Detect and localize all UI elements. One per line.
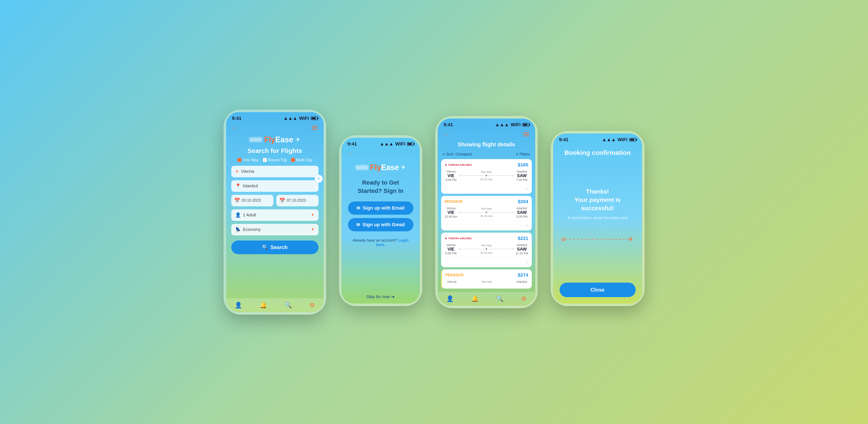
- search-btn-label: Search: [270, 244, 287, 250]
- travel-line: ✈: [562, 235, 633, 243]
- nav-search-icon-1[interactable]: 🔍: [284, 302, 292, 309]
- nonstop-label-1: Non-stop: [481, 170, 492, 173]
- to-city-2: Istanbul: [516, 206, 528, 210]
- trip-multi-city[interactable]: Multi City: [291, 158, 312, 162]
- route-line-2: Non-stop ✈ 2h 20 min: [459, 207, 514, 218]
- trip-round-trip-label: Round Trip: [268, 158, 287, 162]
- signup-email-button[interactable]: ✉ Sign up with Email: [348, 201, 413, 215]
- duration-3: 2h 20 min: [480, 251, 492, 254]
- from-value: Vienna: [241, 169, 315, 174]
- share-icon-3[interactable]: ⤓: [525, 259, 528, 264]
- flight-route-4: Vienna Non-stop Istanbul: [445, 280, 528, 284]
- swap-button[interactable]: ⇅: [315, 175, 323, 183]
- checkbox-one-way[interactable]: [238, 158, 241, 162]
- skip-button[interactable]: Skip for now ➜: [342, 290, 420, 303]
- signup-gmail-label: Sign up with Gmail: [363, 222, 405, 227]
- date1-value: 03.10.2023: [242, 198, 261, 203]
- menu-icon-3[interactable]: [523, 132, 529, 136]
- logo-text-1: FlyEase: [264, 135, 293, 144]
- signup-gmail-button[interactable]: ✉ Sign up with Gmail: [348, 218, 413, 231]
- close-button[interactable]: Close: [560, 283, 636, 297]
- share-icon-2[interactable]: ⤓: [525, 222, 528, 227]
- sort-filter-row: ≡ Sort: Cheapest ≡ Filters: [438, 151, 535, 159]
- passengers-value: 1 Adult: [243, 213, 256, 218]
- signin-title-text: Ready to Get Started? Sign In: [358, 179, 404, 194]
- flight-route-1: Vienna VIE 3:00 PM Non-stop ✈: [444, 170, 528, 182]
- heart-icon-3[interactable]: ♡: [444, 259, 448, 264]
- nav-gear-icon-1[interactable]: ⚙: [310, 302, 315, 309]
- from-field[interactable]: ✈ Vienna: [231, 166, 318, 177]
- pegasus-logo-4: PEGASUS: [445, 273, 464, 277]
- existing-account-text: Already have an account?: [352, 238, 397, 242]
- date2-field[interactable]: 📅 07.10.2023: [276, 195, 318, 206]
- passengers-icon: 👤: [235, 212, 241, 218]
- phone-confirmation: 9:41 ▲▲▲ WiFi Booking confirmation Thank…: [551, 131, 645, 306]
- battery-icon-3: [522, 123, 529, 126]
- flight-card-2[interactable]: PEGASUS $204 Vienna VIE 10:40 Am Non-sto…: [441, 196, 532, 230]
- from-code-2: VIE: [444, 210, 457, 215]
- flight-card-3[interactable]: ★ TURKISH AIRLINES $221 Vienna VIE 6:50 …: [441, 233, 532, 267]
- filter-label-text: Filters: [520, 152, 530, 157]
- thanks-title: Thanks!Your payment is successful!: [562, 187, 633, 213]
- back-arrow-3[interactable]: ←: [444, 131, 450, 138]
- route-dots-3: ✈: [459, 247, 514, 251]
- logo-1: FlyEase ✈: [226, 133, 323, 145]
- city-to-1: Istanbul SAW 7:20 PM: [516, 170, 528, 182]
- turkish-text-3: TURKISH AIRLINES: [448, 237, 472, 240]
- to-field[interactable]: 📍 Istanbul: [231, 180, 318, 192]
- passengers-field[interactable]: 👤 1 Adult ▼: [231, 209, 318, 221]
- nav-bell-icon-3[interactable]: 🔔: [471, 295, 479, 302]
- filter-button[interactable]: ≡ Filters: [516, 152, 530, 157]
- route-line-3: Non-stop ✈ 2h 20 min: [459, 244, 514, 254]
- duration-2: 2h 20 min: [480, 215, 492, 218]
- plane-logo-icon-1: ✈: [296, 136, 300, 143]
- share-icon-1[interactable]: ⤓: [525, 186, 528, 191]
- from-to-wrapper: ✈ Vienna ⇅ 📍 Istanbul: [231, 166, 318, 192]
- sort-button[interactable]: ≡ Sort: Cheapest: [443, 152, 472, 157]
- time-1: 9:41: [232, 116, 242, 121]
- class-field[interactable]: 💺 Economy ▼: [231, 224, 318, 235]
- signal-icon-1: ▲▲▲: [283, 116, 297, 121]
- travel-plane-icon: ✈: [628, 235, 633, 243]
- city-to-4: Istanbul: [516, 280, 528, 284]
- nonstop-label-4: Non-stop: [482, 280, 492, 283]
- time-2: 9:41: [347, 141, 357, 147]
- date1-field[interactable]: 📅 03.10.2023: [231, 195, 273, 206]
- date-row: 📅 03.10.2023 📅 07.10.2023: [231, 195, 318, 206]
- checkbox-multi-city[interactable]: [291, 158, 295, 162]
- nav-bell-icon-1[interactable]: 🔔: [260, 302, 267, 309]
- signal-icon-2: ▲▲▲: [380, 141, 394, 147]
- trip-one-way-label: One Way: [243, 158, 258, 162]
- back-arrow-2[interactable]: ←: [347, 150, 353, 157]
- travel-dot-start: [562, 237, 565, 241]
- turkish-airline-logo-3: ★ TURKISH AIRLINES: [444, 237, 472, 240]
- nav-person-icon-3[interactable]: 👤: [446, 295, 454, 302]
- confirm-content: Thanks!Your payment is successful! A con…: [553, 161, 642, 283]
- nav-search-icon-3[interactable]: 🔍: [496, 295, 503, 302]
- to-code-3: SAW: [516, 247, 528, 252]
- back-arrow-1[interactable]: ←: [232, 125, 238, 131]
- filter-icon: ≡: [516, 152, 518, 157]
- nav-gear-icon-3[interactable]: ⚙: [521, 295, 526, 302]
- search-button[interactable]: 🔍 Search: [231, 240, 318, 254]
- menu-icon-1[interactable]: [312, 126, 318, 130]
- flight-price-1: $165: [518, 162, 528, 168]
- flight-card-4[interactable]: PEGASUS $274 Vienna Non-stop Istanbul: [441, 269, 532, 289]
- heart-icon-2[interactable]: ♡: [444, 222, 448, 227]
- booking-confirm-title: Booking confirmation: [553, 144, 642, 161]
- flight-card-1[interactable]: ★ TURKISH AIRLINES $165 Vienna VIE 3:00 …: [441, 159, 532, 194]
- route-line-1: Non-stop ✈ 2h 20 min: [459, 170, 514, 181]
- checkbox-round-trip[interactable]: ✓: [263, 158, 267, 162]
- status-icons-3: ▲▲▲ WiFi: [495, 122, 529, 128]
- trip-round-trip[interactable]: ✓ Round Trip: [263, 158, 287, 162]
- phone-results: 9:41 ▲▲▲ WiFi ← Showing flight details: [435, 116, 538, 308]
- city-to-2: Istanbul SAW 3:00 PM: [516, 206, 528, 218]
- city-from-1: Vienna VIE 3:00 PM: [444, 170, 457, 182]
- status-bar-1: 9:41 ▲▲▲ WiFi: [226, 112, 323, 123]
- heart-icon-1[interactable]: ♡: [444, 186, 448, 191]
- from-city-4: Vienna: [445, 280, 458, 284]
- nav-bar-1: ←: [226, 123, 323, 133]
- status-bar-3: 9:41 ▲▲▲ WiFi: [438, 119, 535, 129]
- nav-person-icon-1[interactable]: 👤: [235, 302, 242, 309]
- trip-one-way[interactable]: One Way: [238, 158, 258, 162]
